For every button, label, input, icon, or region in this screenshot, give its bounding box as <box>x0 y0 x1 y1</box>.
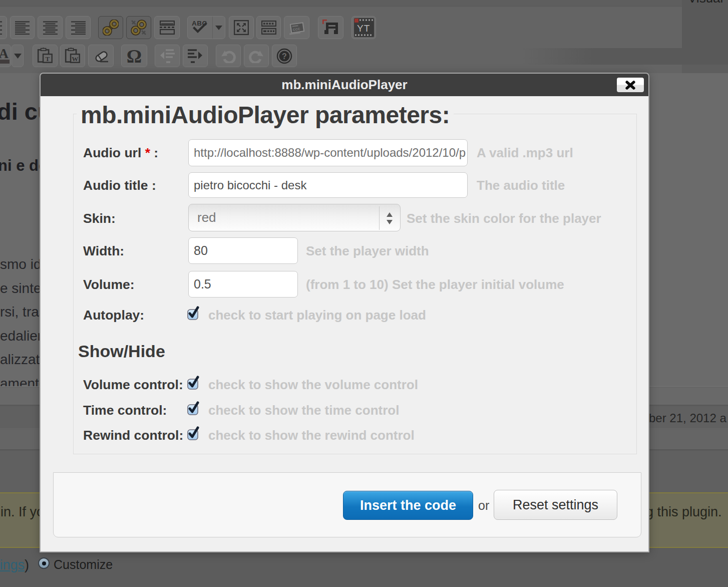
svg-text:W: W <box>72 55 78 63</box>
svg-text:ccc: ccc <box>292 26 300 32</box>
svg-text:T: T <box>45 55 50 63</box>
svg-text:YT: YT <box>357 23 370 34</box>
svg-text:?: ? <box>282 52 287 61</box>
